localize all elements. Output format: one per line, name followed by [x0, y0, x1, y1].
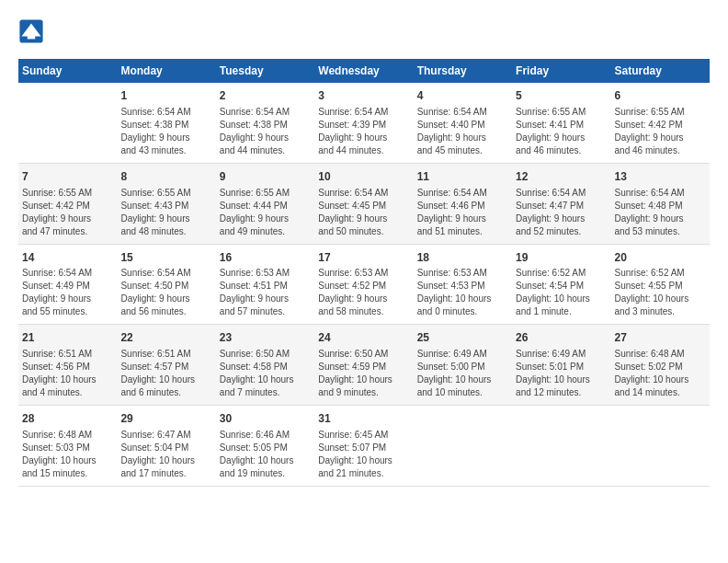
day-number: 12 [516, 169, 607, 185]
header-row: SundayMondayTuesdayWednesdayThursdayFrid… [18, 59, 710, 83]
day-info: Sunrise: 6:51 AM Sunset: 4:57 PM Dayligh… [120, 348, 211, 399]
header-cell-monday: Monday [117, 59, 215, 83]
header-cell-saturday: Saturday [611, 59, 710, 83]
day-number: 20 [615, 250, 706, 266]
day-info: Sunrise: 6:55 AM Sunset: 4:41 PM Dayligh… [516, 106, 607, 157]
calendar-cell: 16Sunrise: 6:53 AM Sunset: 4:51 PM Dayli… [216, 244, 314, 325]
day-number: 31 [318, 411, 409, 427]
day-info: Sunrise: 6:52 AM Sunset: 4:54 PM Dayligh… [516, 267, 607, 318]
calendar-cell [611, 406, 710, 487]
day-number: 14 [22, 250, 113, 266]
day-number: 27 [615, 330, 706, 346]
logo [18, 18, 48, 44]
day-info: Sunrise: 6:52 AM Sunset: 4:55 PM Dayligh… [615, 267, 706, 318]
calendar-cell: 28Sunrise: 6:48 AM Sunset: 5:03 PM Dayli… [18, 406, 117, 487]
day-number: 17 [318, 250, 409, 266]
day-number: 29 [120, 411, 211, 427]
day-number: 3 [318, 88, 409, 104]
day-number: 15 [120, 250, 211, 266]
header-cell-thursday: Thursday [414, 59, 512, 83]
calendar-cell: 15Sunrise: 6:54 AM Sunset: 4:50 PM Dayli… [117, 244, 215, 325]
calendar-cell: 13Sunrise: 6:54 AM Sunset: 4:48 PM Dayli… [611, 163, 710, 244]
day-number: 19 [516, 250, 607, 266]
day-number: 10 [318, 169, 409, 185]
calendar-cell: 8Sunrise: 6:55 AM Sunset: 4:43 PM Daylig… [117, 163, 215, 244]
calendar-cell: 3Sunrise: 6:54 AM Sunset: 4:39 PM Daylig… [314, 83, 413, 163]
day-info: Sunrise: 6:51 AM Sunset: 4:56 PM Dayligh… [22, 348, 113, 399]
calendar-cell: 11Sunrise: 6:54 AM Sunset: 4:46 PM Dayli… [414, 163, 512, 244]
day-info: Sunrise: 6:46 AM Sunset: 5:05 PM Dayligh… [220, 429, 311, 480]
calendar-cell: 30Sunrise: 6:46 AM Sunset: 5:05 PM Dayli… [216, 406, 314, 487]
day-number: 7 [22, 169, 113, 185]
day-info: Sunrise: 6:55 AM Sunset: 4:44 PM Dayligh… [220, 187, 311, 238]
day-info: Sunrise: 6:49 AM Sunset: 5:00 PM Dayligh… [417, 348, 508, 399]
header-cell-sunday: Sunday [18, 59, 117, 83]
day-number: 8 [120, 169, 211, 185]
calendar-cell: 14Sunrise: 6:54 AM Sunset: 4:49 PM Dayli… [18, 244, 117, 325]
calendar-cell: 4Sunrise: 6:54 AM Sunset: 4:40 PM Daylig… [414, 83, 512, 163]
day-info: Sunrise: 6:54 AM Sunset: 4:50 PM Dayligh… [120, 267, 211, 318]
day-info: Sunrise: 6:53 AM Sunset: 4:51 PM Dayligh… [220, 267, 311, 318]
day-number: 25 [417, 330, 508, 346]
day-info: Sunrise: 6:54 AM Sunset: 4:39 PM Dayligh… [318, 106, 409, 157]
week-row-5: 28Sunrise: 6:48 AM Sunset: 5:03 PM Dayli… [18, 406, 710, 487]
calendar-header: SundayMondayTuesdayWednesdayThursdayFrid… [18, 59, 710, 83]
header-cell-tuesday: Tuesday [216, 59, 314, 83]
calendar-cell: 23Sunrise: 6:50 AM Sunset: 4:58 PM Dayli… [216, 325, 314, 406]
day-number: 18 [417, 250, 508, 266]
day-info: Sunrise: 6:54 AM Sunset: 4:38 PM Dayligh… [220, 106, 311, 157]
day-info: Sunrise: 6:54 AM Sunset: 4:47 PM Dayligh… [516, 187, 607, 238]
day-number: 2 [220, 88, 311, 104]
calendar-cell [512, 406, 610, 487]
calendar-cell [414, 406, 512, 487]
day-number: 30 [220, 411, 311, 427]
calendar-cell: 5Sunrise: 6:55 AM Sunset: 4:41 PM Daylig… [512, 83, 610, 163]
calendar-cell: 10Sunrise: 6:54 AM Sunset: 4:45 PM Dayli… [314, 163, 413, 244]
day-number: 22 [120, 330, 211, 346]
day-number: 9 [220, 169, 311, 185]
day-info: Sunrise: 6:50 AM Sunset: 4:59 PM Dayligh… [318, 348, 409, 399]
header-cell-wednesday: Wednesday [314, 59, 413, 83]
day-number: 4 [417, 88, 508, 104]
calendar-cell: 6Sunrise: 6:55 AM Sunset: 4:42 PM Daylig… [611, 83, 710, 163]
calendar-cell: 22Sunrise: 6:51 AM Sunset: 4:57 PM Dayli… [117, 325, 215, 406]
day-info: Sunrise: 6:53 AM Sunset: 4:53 PM Dayligh… [417, 267, 508, 318]
day-number: 23 [220, 330, 311, 346]
day-info: Sunrise: 6:54 AM Sunset: 4:48 PM Dayligh… [615, 187, 706, 238]
calendar-cell: 7Sunrise: 6:55 AM Sunset: 4:42 PM Daylig… [18, 163, 117, 244]
logo-icon [18, 18, 44, 44]
page-header [18, 18, 710, 44]
calendar-table: SundayMondayTuesdayWednesdayThursdayFrid… [18, 59, 710, 487]
calendar-cell [18, 83, 117, 163]
day-info: Sunrise: 6:53 AM Sunset: 4:52 PM Dayligh… [318, 267, 409, 318]
calendar-cell: 29Sunrise: 6:47 AM Sunset: 5:04 PM Dayli… [117, 406, 215, 487]
day-info: Sunrise: 6:54 AM Sunset: 4:38 PM Dayligh… [120, 106, 211, 157]
day-number: 28 [22, 411, 113, 427]
calendar-cell: 24Sunrise: 6:50 AM Sunset: 4:59 PM Dayli… [314, 325, 413, 406]
day-number: 21 [22, 330, 113, 346]
day-info: Sunrise: 6:55 AM Sunset: 4:43 PM Dayligh… [120, 187, 211, 238]
calendar-cell: 12Sunrise: 6:54 AM Sunset: 4:47 PM Dayli… [512, 163, 610, 244]
calendar-cell: 21Sunrise: 6:51 AM Sunset: 4:56 PM Dayli… [18, 325, 117, 406]
calendar-cell: 20Sunrise: 6:52 AM Sunset: 4:55 PM Dayli… [611, 244, 710, 325]
day-info: Sunrise: 6:54 AM Sunset: 4:45 PM Dayligh… [318, 187, 409, 238]
calendar-cell: 19Sunrise: 6:52 AM Sunset: 4:54 PM Dayli… [512, 244, 610, 325]
day-number: 24 [318, 330, 409, 346]
day-number: 26 [516, 330, 607, 346]
svg-rect-2 [28, 32, 35, 39]
day-number: 11 [417, 169, 508, 185]
day-number: 6 [615, 88, 706, 104]
calendar-cell: 27Sunrise: 6:48 AM Sunset: 5:02 PM Dayli… [611, 325, 710, 406]
calendar-body: 1Sunrise: 6:54 AM Sunset: 4:38 PM Daylig… [18, 83, 710, 486]
day-info: Sunrise: 6:49 AM Sunset: 5:01 PM Dayligh… [516, 348, 607, 399]
day-number: 16 [220, 250, 311, 266]
week-row-3: 14Sunrise: 6:54 AM Sunset: 4:49 PM Dayli… [18, 244, 710, 325]
day-info: Sunrise: 6:54 AM Sunset: 4:40 PM Dayligh… [417, 106, 508, 157]
calendar-cell: 18Sunrise: 6:53 AM Sunset: 4:53 PM Dayli… [414, 244, 512, 325]
day-number: 1 [120, 88, 211, 104]
header-cell-friday: Friday [512, 59, 610, 83]
day-info: Sunrise: 6:55 AM Sunset: 4:42 PM Dayligh… [22, 187, 113, 238]
day-info: Sunrise: 6:48 AM Sunset: 5:02 PM Dayligh… [615, 348, 706, 399]
day-info: Sunrise: 6:54 AM Sunset: 4:49 PM Dayligh… [22, 267, 113, 318]
week-row-2: 7Sunrise: 6:55 AM Sunset: 4:42 PM Daylig… [18, 163, 710, 244]
